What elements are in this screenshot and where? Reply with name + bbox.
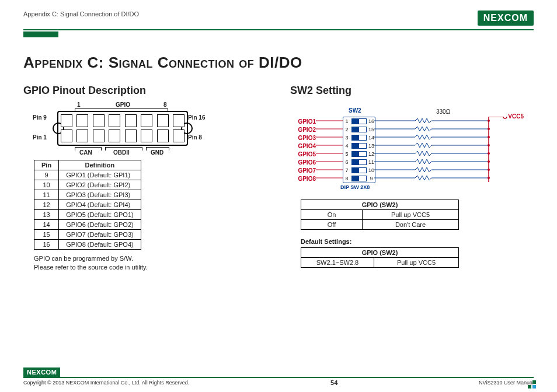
pin1-label: Pin 1 [33,134,47,141]
pin8-label: Pin 8 [188,134,202,141]
svg-point-17 [488,169,490,171]
pin-col-header: Pin [34,160,59,170]
gpio-traces [316,117,343,182]
gnd-label: GND [151,149,163,156]
num1-label: 1 [77,102,81,108]
gnd-bracket [146,147,169,148]
svg-point-18 [488,177,490,179]
breadcrumb: Appendix C: Signal Connection of DI/DO [23,10,139,18]
pin16-label: Pin 16 [188,114,205,121]
svg-point-14 [488,144,490,146]
gpio-labels: GPIO1 GPIO2 GPIO3 GPIO4 GPIO5 GPIO6 GPIO… [290,118,316,183]
sw2-heading: SW2 Setting [290,85,534,97]
connector-diagram: Pin 9 Pin 16 Pin 1 Pin 8 1 GPIO 8 [34,103,209,155]
default-settings-header: Default Settings: [301,238,534,245]
sw2-schematic: SW2 GPIO1 GPIO2 GPIO3 GPIO4 GPIO5 GPIO6 … [290,103,524,196]
header-rule [23,29,534,30]
logo-top: NEXCOM [478,10,534,26]
can-label: CAN [79,149,92,156]
dip-switch: 116 215 314 413 512 611 710 89 [343,117,375,183]
page-title: Appendix C: Signal Connection of DI/DO [23,54,534,72]
vcc-label: VCC5 [508,113,524,120]
logo-bottom: NEXCOM [23,368,60,377]
num8-label: 8 [163,102,167,108]
pin-table: Pin Definition 9GPIO1 (Default: GPI1) 10… [34,160,141,250]
dip-subtitle: DIP SW 2X8 [340,184,370,190]
resistor-label: 330Ω [436,108,450,115]
svg-point-15 [488,152,490,155]
obd-bracket [105,147,142,148]
gpio-top-label: GPIO [116,102,130,108]
svg-point-11 [488,120,490,122]
gpio-note: GPIO can be programmed by S/W. Please re… [34,254,267,272]
sw2-title: SW2 [349,107,361,114]
can-bracket [75,147,102,148]
svg-point-10 [503,117,507,118]
header-tab [23,32,58,37]
top-bracket [75,108,168,110]
resistor-network [374,117,509,182]
footer: NEXCOM Copyright © 2013 NEXCOM Internati… [23,366,534,386]
svg-point-13 [488,136,490,138]
obd-label: OBDII [113,149,130,156]
def-col-header: Definition [59,160,141,170]
svg-point-16 [488,160,490,163]
page-number: 54 [330,379,337,386]
gpio-heading: GPIO Pinout Description [23,85,267,97]
sw2-table: GPIO (SW2) OnPull up VCC5 OffDon't Care [301,200,459,230]
corner-decoration [528,380,536,388]
copyright: Copyright © 2013 NEXCOM International Co… [23,380,189,386]
pin9-label: Pin 9 [33,114,47,121]
default-table: GPIO (SW2) SW2.1~SW2.8Pull up VCC5 [301,247,459,268]
svg-point-12 [488,128,490,130]
manual-name: NViS2310 User Manual [479,380,534,386]
